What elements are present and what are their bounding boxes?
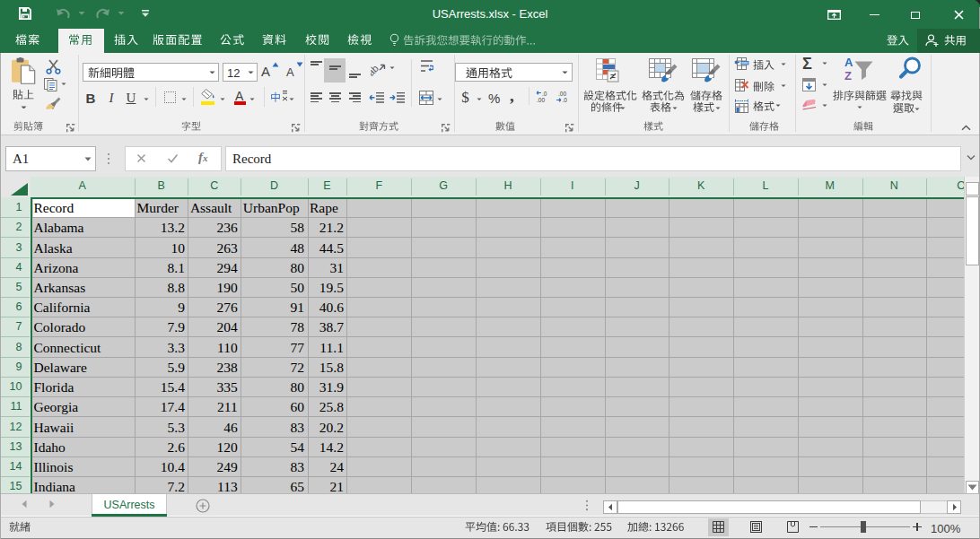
svg-text:.00: .00 <box>537 97 545 103</box>
svg-text:ab: ab <box>371 63 381 76</box>
svg-text:.0: .0 <box>563 97 568 103</box>
svg-text:.00: .00 <box>558 91 566 97</box>
svg-text:.0: .0 <box>542 91 547 97</box>
